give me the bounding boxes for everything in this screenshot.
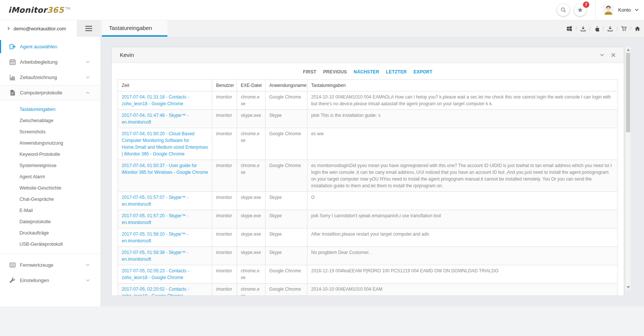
cell-zeit: 2017-07-04, 01:47:48 - Skype™ - en.imoni… bbox=[118, 110, 212, 128]
sidebar-item-druckauftraege[interactable]: Druckaufträge bbox=[0, 227, 100, 239]
sidebar-item-agent-auswaehlen[interactable]: Agent auswählen bbox=[0, 39, 100, 54]
sidebar-item-usb-geraeteprotokoll[interactable]: USB-Geräteprotokoll bbox=[0, 239, 100, 250]
cell-tastatureingaben: O bbox=[307, 192, 618, 210]
pagination-next[interactable]: NÄCHSTER bbox=[354, 69, 379, 75]
pagination-previous[interactable]: PREVIOUS bbox=[323, 69, 347, 75]
account-menu[interactable]: Konto bbox=[603, 5, 639, 15]
app-header: iMonitor365TM 7 Konto bbox=[0, 0, 644, 20]
cell-tastatureingaben: plok This is the installation guide: s bbox=[307, 110, 618, 128]
home-icon[interactable] bbox=[635, 26, 640, 31]
sidebar-item-label: USB-Geräteprotokoll bbox=[19, 242, 63, 247]
sidebar-item-systemereignisse[interactable]: Systemereignisse bbox=[0, 160, 100, 171]
sidebar-item-agent-alarm[interactable]: Agent Alarm bbox=[0, 171, 100, 182]
avatar bbox=[603, 5, 614, 15]
cell-anwendungsname: Skype bbox=[265, 110, 307, 128]
cell-tastatureingaben: After installtion,please restart your ta… bbox=[307, 228, 618, 247]
log-time-link[interactable]: 2017-07-05, 02:05:23 - Contacts - zoho_l… bbox=[122, 268, 189, 280]
log-time-link[interactable]: 2017-07-05, 01:58:10 - Skype™ - en.imoni… bbox=[122, 231, 188, 243]
account-label: Konto bbox=[618, 7, 631, 13]
sidebar-item-zeitaufzeichnung[interactable]: Zeitaufzeichnung bbox=[0, 70, 100, 85]
cell-zeit: 2017-07-04, 01:50:20 - Cloud Based Compu… bbox=[118, 128, 212, 160]
chevron-down-icon bbox=[86, 263, 90, 267]
cell-zeit: 2017-07-05, 02:20:02 - Contacts - zoho_l… bbox=[118, 284, 212, 296]
sidebar-item-screenshots[interactable]: Screenshots bbox=[0, 126, 100, 137]
scrollbar-up-arrow[interactable] bbox=[627, 49, 630, 51]
sidebar-item-chat-gespraeche[interactable]: Chat-Gespräche bbox=[0, 194, 100, 205]
sidebar-item-zwischenablage[interactable]: Zwischenablage bbox=[0, 115, 100, 126]
sidebar-item-computerprotokolle[interactable]: Computerprotokolle bbox=[0, 85, 100, 100]
log-time-link[interactable]: 2017-07-05, 01:57:07 - Skype™ - en.imoni… bbox=[122, 195, 188, 207]
sidebar-item-e-mail[interactable]: E-Mail bbox=[0, 205, 100, 216]
search-button[interactable] bbox=[557, 4, 569, 16]
sidebar-item-fernwerkzeuge[interactable]: Fernwerkzeuge bbox=[0, 257, 100, 273]
sidebar-item-arbeitsbegleitung[interactable]: Arbeitsbegleitung bbox=[0, 54, 100, 70]
cell-benutzer: imonitor bbox=[212, 110, 237, 128]
sidebar-item-label: Systemereignisse bbox=[19, 163, 57, 168]
pagination-last[interactable]: LETZTER bbox=[386, 69, 407, 75]
table-header-row: ZeitBenutzerEXE-DateiAnwendungsnameTasta… bbox=[118, 80, 618, 91]
cell-benutzer: imonitor bbox=[212, 210, 237, 228]
sidebar: Agent auswählenArbeitsbegleitungZeitaufz… bbox=[0, 37, 100, 306]
sidebar-item-label: Chat-Gespräche bbox=[19, 197, 54, 202]
log-time-link[interactable]: 2017-07-04, 01:47:48 - Skype™ - en.imoni… bbox=[122, 113, 188, 125]
column-header: Benutzer bbox=[212, 80, 237, 91]
platform-separator: / bbox=[575, 26, 577, 31]
app-root: iMonitor365TM 7 Konto demo@workauditor.c… bbox=[0, 0, 644, 336]
log-time-link[interactable]: 2017-07-04, 01:50:20 - Cloud Based Compu… bbox=[122, 131, 208, 157]
cart-icon[interactable] bbox=[621, 26, 627, 31]
cell-anwendungsname: Google Chrome bbox=[265, 91, 307, 110]
cell-benutzer: imonitor bbox=[212, 265, 237, 284]
chevron-down-icon bbox=[635, 8, 639, 12]
log-time-link[interactable]: 2017-07-04, 01:50:37 - User guide for iM… bbox=[122, 163, 208, 175]
log-time-link[interactable]: 2017-07-04, 01:31:18 - Contacts - zoho_l… bbox=[122, 94, 189, 106]
download-icon[interactable] bbox=[607, 26, 613, 31]
cell-exe-datei: chrome.exe bbox=[237, 160, 265, 192]
scrollbar-thumb[interactable] bbox=[626, 53, 630, 132]
scrollbar-down-arrow[interactable] bbox=[627, 286, 630, 288]
chevron-down-icon bbox=[86, 75, 90, 79]
sidebar-item-tastatureingaben[interactable]: Tastatureingaben bbox=[0, 104, 100, 115]
sidebar-item-keyword-protokolle[interactable]: Keyword-Protokolle bbox=[0, 149, 100, 160]
log-time-link[interactable]: 2017-07-05, 01:57:20 - Skype™ - en.imoni… bbox=[122, 213, 188, 225]
log-time-link[interactable]: 2017-07-05, 02:20:02 - Contacts - zoho_l… bbox=[122, 287, 189, 296]
agent-account-selector[interactable]: demo@workauditor.com bbox=[0, 20, 77, 37]
chevron-up-icon bbox=[86, 91, 90, 95]
tab-label: Tastatureingaben bbox=[109, 25, 152, 31]
pagination-export[interactable]: EXPORT bbox=[413, 69, 432, 75]
cell-exe-datei: skype.exe bbox=[237, 228, 265, 247]
cell-exe-datei: chrome.exe bbox=[237, 265, 265, 284]
sidebar-item-dateiprotokolle[interactable]: Dateiprotokolle bbox=[0, 216, 100, 227]
sidebar-item-label: E-Mail bbox=[19, 208, 33, 213]
apple-icon[interactable] bbox=[594, 26, 599, 31]
sidebar-toggle-button[interactable] bbox=[77, 20, 100, 37]
remote-icon bbox=[9, 262, 16, 268]
chevron-down-icon bbox=[86, 278, 90, 282]
close-panel-icon[interactable] bbox=[611, 53, 616, 57]
star-icon bbox=[577, 7, 583, 13]
sidebar-item-label: Keyword-Protokolle bbox=[19, 152, 60, 157]
cell-zeit: 2017-07-04, 01:50:37 - User guide for iM… bbox=[118, 160, 212, 192]
sidebar-item-label: Zeitaufzeichnung bbox=[20, 75, 57, 80]
pagination-first[interactable]: FIRST bbox=[303, 69, 316, 75]
cell-tastatureingaben: 2014-10-10 004EAM1010 004 EAM bbox=[307, 284, 618, 296]
top-strip: demo@workauditor.com Tastatureingaben //… bbox=[0, 20, 644, 37]
sidebar-item-anwendungsnutzung[interactable]: Anwendungsnutzung bbox=[0, 137, 100, 149]
vertical-scrollbar[interactable] bbox=[626, 47, 631, 290]
cell-zeit: 2017-07-05, 01:58:10 - Skype™ - en.imoni… bbox=[118, 228, 212, 247]
log-time-link[interactable]: 2017-07-05, 01:58:38 - Skype™ - en.imoni… bbox=[122, 250, 188, 262]
notifications-button[interactable]: 7 bbox=[574, 4, 586, 16]
sidebar-item-website-geschichte[interactable]: Website-Geschichte bbox=[0, 182, 100, 194]
cell-tastatureingaben: No progblem Dear Customer, . bbox=[307, 247, 618, 265]
tab-tastatureingaben[interactable]: Tastatureingaben bbox=[102, 20, 167, 37]
cell-benutzer: imonitor bbox=[212, 284, 237, 296]
panel-controls bbox=[600, 53, 616, 57]
cell-exe-datei: chrome.exe bbox=[237, 284, 265, 296]
download-icon[interactable] bbox=[580, 26, 586, 31]
sidebar-item-label: Computerprotokolle bbox=[20, 90, 62, 96]
agent-email: demo@workauditor.com bbox=[13, 26, 66, 31]
logo-text-imonitor: iMonitor bbox=[8, 6, 47, 15]
sidebar-item-einstellungen[interactable]: Einstellungen bbox=[0, 273, 100, 288]
cell-anwendungsname: Skype bbox=[265, 247, 307, 265]
collapse-panel-icon[interactable] bbox=[600, 53, 604, 57]
windows-icon[interactable] bbox=[566, 26, 572, 31]
